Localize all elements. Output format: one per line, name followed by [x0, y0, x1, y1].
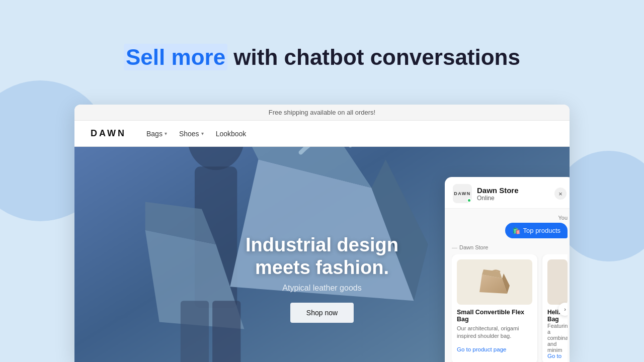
dash-icon: —: [452, 244, 457, 250]
chatbot-body: You 🛍️ Top products — Dawn Store: [445, 209, 570, 362]
chatbot-status: Online: [477, 195, 519, 202]
hero-text-overlay: Industrial design meets fashion. Atypica…: [246, 234, 398, 323]
product-2-link-partial: Go to: [547, 353, 568, 359]
store-logo: DAWN: [91, 128, 126, 139]
store-nav: DAWN Bags ▾ Shoes ▾ Lookbook: [74, 121, 570, 147]
shoes-chevron-icon: ▾: [201, 131, 204, 136]
svg-rect-10: [181, 301, 209, 362]
headline-highlight: Sell more: [124, 44, 227, 70]
product-1-link[interactable]: Go to product page: [457, 346, 506, 352]
store-banner: Free shipping available on all orders!: [74, 105, 570, 121]
product-cards-container: Small Convertible Flex Bag Our architect…: [452, 254, 568, 362]
chatbot-logo: DAWN: [453, 184, 472, 203]
chatbot-name-status: Dawn Store Online: [477, 186, 519, 202]
headline-rest: with chatbot conversations: [227, 45, 520, 69]
product-card-1: Small Convertible Flex Bag Our architect…: [452, 254, 537, 362]
chatbot-close-button[interactable]: ×: [554, 188, 567, 200]
shop-now-button[interactable]: Shop now: [290, 303, 354, 323]
product-card-2-image: [547, 259, 568, 305]
svg-rect-11: [212, 301, 240, 362]
bag-product-icon: [474, 264, 515, 300]
user-bubble-content: 🛍️ Top products: [505, 223, 568, 238]
chatbot-widget: DAWN Dawn Store Online × You 🛍: [445, 177, 570, 362]
hero-headline: Sell more with chatbot conversations: [0, 44, 644, 71]
store-response-label: — Dawn Store: [452, 244, 568, 250]
nav-shoes[interactable]: Shoes ▾: [179, 130, 204, 138]
hero-subtext: Atypical leather goods: [246, 284, 398, 293]
product-2-desc-partial: Featuring a combination and minim: [547, 323, 568, 353]
nav-lookbook[interactable]: Lookbook: [216, 130, 247, 138]
user-message-text: Top products: [523, 227, 560, 234]
user-message-emoji: 🛍️: [512, 227, 520, 234]
product-card-1-image: [457, 259, 532, 305]
store-hero: Industrial design meets fashion. Atypica…: [74, 147, 570, 362]
user-message-bubble: 🛍️ Top products: [452, 223, 568, 238]
chatbot-store-name: Dawn Store: [477, 186, 519, 195]
chatbot-header: DAWN Dawn Store Online ×: [445, 177, 570, 209]
nav-links: Bags ▾ Shoes ▾ Lookbook: [146, 130, 246, 138]
bags-chevron-icon: ▾: [165, 131, 167, 136]
product-1-desc: Our architectural, origami inspired shou…: [457, 325, 532, 340]
you-label: You: [452, 215, 568, 221]
nav-bags[interactable]: Bags ▾: [146, 130, 167, 138]
chatbot-store-info: DAWN Dawn Store Online: [453, 184, 519, 203]
online-dot: [467, 198, 471, 203]
hero-heading: Industrial design meets fashion.: [246, 234, 398, 280]
browser-window: Free shipping available on all orders! D…: [74, 105, 570, 362]
product-1-name: Small Convertible Flex Bag: [457, 309, 532, 323]
